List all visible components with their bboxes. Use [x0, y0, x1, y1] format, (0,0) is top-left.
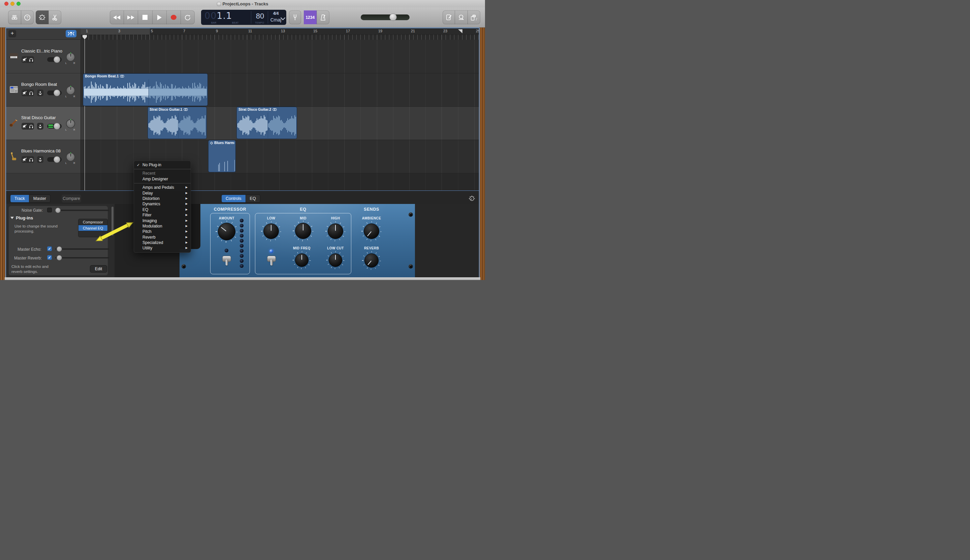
- input-monitoring-button[interactable]: [37, 156, 43, 163]
- compare-button[interactable]: Compare: [62, 195, 81, 203]
- solo-button[interactable]: [28, 156, 34, 163]
- menu-item-distortion[interactable]: Distortion▶: [134, 196, 191, 201]
- sends-ambience-knob[interactable]: [364, 223, 379, 239]
- rewind-button[interactable]: [110, 10, 124, 24]
- eq-high-knob[interactable]: [328, 223, 343, 239]
- track-volume-slider[interactable]: [47, 157, 62, 162]
- edit-button[interactable]: Edit: [90, 265, 107, 273]
- tab-eq[interactable]: EQ: [246, 195, 260, 202]
- eq-power-switch[interactable]: [266, 255, 276, 267]
- compressor-power-switch[interactable]: [222, 255, 232, 267]
- editors-button[interactable]: [48, 10, 62, 24]
- master-echo-slider[interactable]: [55, 248, 109, 250]
- forward-button[interactable]: [124, 10, 138, 24]
- pan-knob[interactable]: [66, 119, 75, 128]
- menu-item-eq[interactable]: EQ▶: [134, 207, 191, 212]
- menu-item-modulation[interactable]: Modulation▶: [134, 223, 191, 229]
- menu-item-imaging[interactable]: Imaging▶: [134, 218, 191, 223]
- pan-knob[interactable]: [66, 52, 75, 62]
- track-header-bongo-room-beat[interactable]: Bongo Room Beat L R: [6, 73, 81, 106]
- media-browser-button[interactable]: ♪: [467, 10, 480, 24]
- tab-controls[interactable]: Controls: [222, 195, 246, 202]
- add-track-button[interactable]: +: [8, 30, 16, 37]
- pan-knob[interactable]: [66, 86, 75, 95]
- master-volume-slider[interactable]: [361, 15, 410, 20]
- track-zoom-fit-button[interactable]: [66, 30, 77, 37]
- smart-controls-mini-icon[interactable]: [468, 195, 476, 202]
- plugin-slot-empty[interactable]: [79, 231, 107, 237]
- noise-gate-thumb[interactable]: [55, 208, 61, 213]
- tempo-value[interactable]: 80: [253, 12, 268, 20]
- region-bongo-room-beat-1[interactable]: Bongo Room Beat.1: [83, 73, 208, 106]
- region-strat-disco-guitar-2[interactable]: Strat Disco Guitar.2: [236, 107, 297, 139]
- master-reverb-checkbox[interactable]: ✓: [47, 255, 52, 260]
- tuner-button[interactable]: [289, 10, 301, 24]
- loop-browser-button[interactable]: [455, 10, 467, 24]
- track-name[interactable]: Blues Harmonica 08: [21, 148, 61, 153]
- eq-low-knob[interactable]: [263, 223, 279, 239]
- track-volume-slider[interactable]: [47, 57, 62, 62]
- menu-item-amps-and-pedals[interactable]: Amps and Pedals▶: [134, 185, 191, 190]
- region-strat-disco-guitar-1[interactable]: Strat Disco Guitar.1: [147, 107, 207, 139]
- stop-button[interactable]: [138, 10, 152, 24]
- input-monitoring-button[interactable]: [37, 123, 43, 130]
- menu-item-dynamics[interactable]: Dynamics▶: [134, 201, 191, 207]
- mute-button[interactable]: [22, 156, 28, 163]
- master-reverb-thumb[interactable]: [57, 255, 62, 260]
- master-echo-thumb[interactable]: [57, 246, 62, 252]
- eq-mid-freq-knob[interactable]: [295, 253, 309, 267]
- menu-item-utility[interactable]: Utility▶: [134, 245, 191, 251]
- menu-item-amp-designer[interactable]: Amp Designer: [134, 176, 191, 182]
- solo-button[interactable]: [28, 56, 34, 63]
- menu-item-delay[interactable]: Delay▶: [134, 190, 191, 196]
- mute-button[interactable]: [22, 56, 28, 63]
- track-volume-thumb[interactable]: [54, 156, 60, 163]
- input-monitoring-button[interactable]: [37, 90, 43, 96]
- master-reverb-slider[interactable]: [55, 257, 109, 258]
- eq-mid-knob[interactable]: [295, 223, 311, 239]
- count-in-button[interactable]: 1234: [304, 10, 316, 24]
- master-volume-thumb[interactable]: [390, 13, 397, 21]
- tab-master[interactable]: Master: [29, 195, 50, 202]
- noise-gate-checkbox[interactable]: [47, 208, 52, 212]
- lcd-display[interactable]: 001.1 BAR BEAT 80 TEMPO 4/4 Cmaj: [201, 10, 286, 25]
- sends-reverb-knob[interactable]: [365, 253, 379, 268]
- track-header-strat-disco-guitar[interactable]: Strat Disco Guitar L R: [6, 106, 81, 140]
- track-name[interactable]: Strat Disco Guitar: [21, 115, 56, 120]
- smart-controls-button[interactable]: [36, 10, 48, 24]
- library-button[interactable]: [8, 10, 21, 24]
- track-volume-slider[interactable]: [47, 90, 62, 95]
- region-blues-harmonica[interactable]: ◇Blues Harmo: [208, 140, 236, 172]
- menu-item-reverb[interactable]: Reverb▶: [134, 235, 191, 240]
- plugin-slot-channel-eq[interactable]: Channel EQ: [79, 225, 107, 231]
- plugins-section[interactable]: Plug-ins: [10, 215, 33, 220]
- note-pad-button[interactable]: [443, 10, 455, 24]
- eq-low-cut-knob[interactable]: [329, 253, 342, 267]
- quick-help-button[interactable]: ?: [21, 10, 34, 24]
- plugin-slot-compressor[interactable]: Compressor: [79, 219, 107, 225]
- metronome-button[interactable]: [316, 10, 330, 24]
- solo-button[interactable]: [28, 90, 34, 96]
- menu-item-specialized[interactable]: Specialized▶: [134, 240, 191, 245]
- cycle-button[interactable]: [181, 10, 195, 24]
- track-volume-thumb[interactable]: [54, 56, 60, 63]
- play-button[interactable]: [152, 10, 166, 24]
- compressor-amount-knob[interactable]: [218, 223, 236, 240]
- track-header-classic-electric-piano[interactable]: Classic El...tric Piano L R: [6, 40, 81, 73]
- menu-item-pitch[interactable]: Pitch▶: [134, 229, 191, 234]
- menu-item-no-plugin[interactable]: ✓No Plug-in: [134, 162, 191, 168]
- noise-gate-slider[interactable]: [55, 210, 109, 211]
- mute-button[interactable]: [22, 90, 28, 96]
- pan-knob[interactable]: [66, 152, 75, 162]
- solo-button[interactable]: [28, 123, 34, 130]
- track-name[interactable]: Classic El...tric Piano: [21, 48, 62, 53]
- track-header-blues-harmonica[interactable]: Blues Harmonica 08 L R: [6, 140, 81, 173]
- disclosure-triangle-icon[interactable]: [10, 217, 14, 219]
- record-button[interactable]: [166, 10, 181, 24]
- tab-track[interactable]: Track: [10, 195, 29, 202]
- time-signature[interactable]: 4/4: [268, 11, 283, 16]
- bar-ruler[interactable]: 1 3 5 7 9 11 13 15 17 19 21 23 25: [81, 28, 479, 40]
- track-volume-thumb[interactable]: [54, 123, 60, 130]
- track-volume-slider[interactable]: [47, 124, 62, 128]
- mute-button[interactable]: [22, 123, 28, 130]
